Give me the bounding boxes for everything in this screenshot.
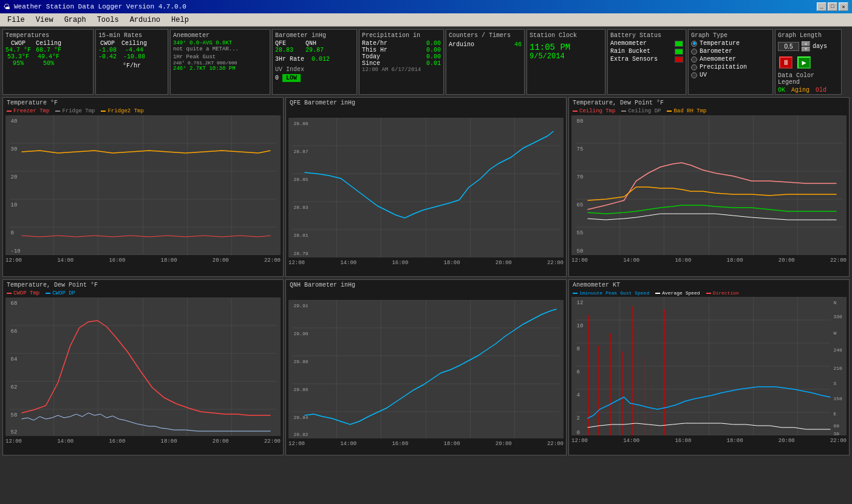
svg-text:29.90: 29.90 <box>294 331 308 336</box>
svg-text:60: 60 <box>834 423 840 429</box>
svg-text:28.87: 28.87 <box>294 149 308 154</box>
svg-text:E: E <box>834 411 837 417</box>
precip-thishr-val: 0.00 <box>426 47 441 53</box>
temp-ceiling-row1: 68.7 °F <box>36 47 61 53</box>
info-row: Temperatures CWOP 54.7 °F 53.3°F 95% Cei… <box>2 29 850 95</box>
radio-precipitation-label: Precipitation <box>700 64 747 70</box>
charts-row-1: Temperature °F Freezer Tmp Fridge Tmp Fr… <box>2 97 850 277</box>
data-legend-old: Old <box>816 87 826 94</box>
svg-text:50: 50 <box>577 248 584 254</box>
temp-cwop-row1: 54.7 °F <box>5 47 31 53</box>
svg-text:29.91: 29.91 <box>294 303 308 308</box>
radio-precipitation[interactable] <box>691 64 697 70</box>
radio-barometer[interactable] <box>691 49 697 55</box>
menu-tools[interactable]: Tools <box>92 15 124 25</box>
menu-graph[interactable]: Graph <box>60 15 91 25</box>
pause-button[interactable]: ⏸ <box>779 56 792 69</box>
graph-type-uv[interactable]: UV <box>691 72 770 78</box>
battery-panel: Battery Status Anemometer Rain Bucket Ex… <box>607 29 686 95</box>
svg-text:80: 80 <box>577 118 584 124</box>
anemometer-panel: Anemometer 349° 0.0-AVG 0.0KT not quite … <box>170 29 270 95</box>
svg-text:W: W <box>834 330 837 336</box>
menu-bar: File View Graph Tools Arduino Help <box>0 13 852 27</box>
close-button[interactable]: ✕ <box>839 2 848 11</box>
menu-arduino[interactable]: Arduino <box>125 15 165 25</box>
graph-length-title: Graph Length <box>778 32 839 39</box>
chart4-legend: CWOP Tmp CWOP DP <box>3 289 283 298</box>
barometer-title: Barometer inHg <box>275 32 354 39</box>
rates-ceiling-header: Ceiling <box>121 40 147 47</box>
temperatures-panel: Temperatures CWOP 54.7 °F 53.3°F 95% Cei… <box>2 29 94 95</box>
svg-text:30: 30 <box>834 431 840 435</box>
title-bar: 🌤 Weather Station Data Logger Version 4.… <box>0 0 852 13</box>
svg-text:-10: -10 <box>11 248 21 254</box>
minimize-button[interactable]: _ <box>817 2 826 11</box>
chart4-area: 68 66 64 62 58 52 <box>5 298 281 436</box>
radio-temperature[interactable] <box>691 41 697 47</box>
play-button[interactable]: ▶ <box>797 56 811 69</box>
svg-text:240: 240 <box>834 347 843 353</box>
clock-date: 9/5/2014 <box>530 52 602 61</box>
chart3-xaxis: 12:0014:0016:0018:0020:0022:00 <box>569 257 849 264</box>
battery-rain-led <box>675 49 683 55</box>
precip-since-val: 0.01 <box>426 60 441 67</box>
battery-anemometer-led <box>675 41 683 47</box>
graph-type-temperature[interactable]: Temperature <box>691 40 770 47</box>
radio-uv-label: UV <box>700 72 707 78</box>
chart1-xaxis: 12:0014:0016:0018:0020:0022:00 <box>3 257 283 264</box>
chart1-legend2: Fridge2 Tmp <box>107 108 143 114</box>
svg-text:52: 52 <box>11 429 18 435</box>
chart3-legend0: Ceiling Tmp <box>579 108 615 114</box>
counters-arduino-label: Arduino <box>449 41 474 48</box>
precip-thishr-label: This Hr <box>362 47 387 53</box>
svg-text:28.81: 28.81 <box>294 233 308 238</box>
baro-qfe-val: 28.83 <box>275 47 293 53</box>
baro-rate-label: 3Hr Rate <box>275 56 304 63</box>
rates-ceiling-row1: -4.44 <box>125 47 143 53</box>
rates-title: 15-min Rates <box>98 32 165 39</box>
uv-value: 0 <box>275 75 279 81</box>
anemo-line3: 248° 0.761.2KT 000/000 <box>173 60 267 66</box>
chart6-legend: 1minuute Peak Gust Speed Average Speed D… <box>569 289 849 297</box>
graph-type-anemometer[interactable]: Anemometer <box>691 56 770 63</box>
radio-uv[interactable] <box>691 72 697 78</box>
maximize-button[interactable]: □ <box>828 2 837 11</box>
battery-extra-led <box>675 56 683 63</box>
counters-title: Counters / Timers <box>449 32 522 39</box>
graph-length-up[interactable]: ▲ <box>802 41 810 46</box>
menu-file[interactable]: File <box>2 15 30 25</box>
station-clock-panel: Station Clock 11:05 PM 9/5/2014 <box>527 29 605 95</box>
rates-cwop-row1: -1.08 <box>98 47 117 53</box>
app-icon: 🌤 <box>4 3 10 11</box>
anemo-label1hr: 1Hr Peak Gust <box>173 54 267 60</box>
svg-text:N: N <box>834 300 837 305</box>
svg-text:29.82: 29.82 <box>294 432 308 437</box>
rates-cwop-header: CWOP <box>100 40 115 47</box>
chart-qnh-barometer: QNH Barometer inHg 29.91 29.90 <box>285 279 567 455</box>
svg-text:330: 330 <box>834 314 843 319</box>
svg-text:10: 10 <box>11 202 18 208</box>
chart6-xaxis: 12:0014:0016:0018:0020:0022:00 <box>569 438 849 444</box>
baro-qnh-label: QNH <box>305 40 324 47</box>
menu-view[interactable]: View <box>31 15 58 25</box>
graph-type-precipitation[interactable]: Precipitation <box>691 64 770 70</box>
svg-text:68: 68 <box>11 301 18 307</box>
clock-time: 11:05 PM <box>530 43 602 52</box>
chart3-title: Temperature, Dew Point °F <box>569 98 849 107</box>
svg-text:8: 8 <box>577 346 580 352</box>
svg-text:40: 40 <box>11 118 18 124</box>
radio-anemometer[interactable] <box>691 56 697 63</box>
graph-type-barometer[interactable]: Barometer <box>691 48 770 55</box>
menu-help[interactable]: Help <box>166 15 194 25</box>
chart5-xaxis: 12:0014:0016:0018:0020:0022:00 <box>286 441 566 447</box>
temp-ceiling-header: Ceiling <box>36 40 61 47</box>
graph-length-down[interactable]: ▼ <box>802 47 810 52</box>
svg-text:70: 70 <box>577 174 584 180</box>
precip-since-label: Since <box>362 60 380 67</box>
data-legend-aging: Aging <box>791 87 809 94</box>
graph-length-input[interactable] <box>778 42 799 51</box>
chart3-svg: 80 75 70 65 55 50 <box>571 115 847 255</box>
svg-text:28.79: 28.79 <box>294 251 308 256</box>
svg-text:28.85: 28.85 <box>294 177 308 182</box>
svg-text:75: 75 <box>577 146 584 152</box>
